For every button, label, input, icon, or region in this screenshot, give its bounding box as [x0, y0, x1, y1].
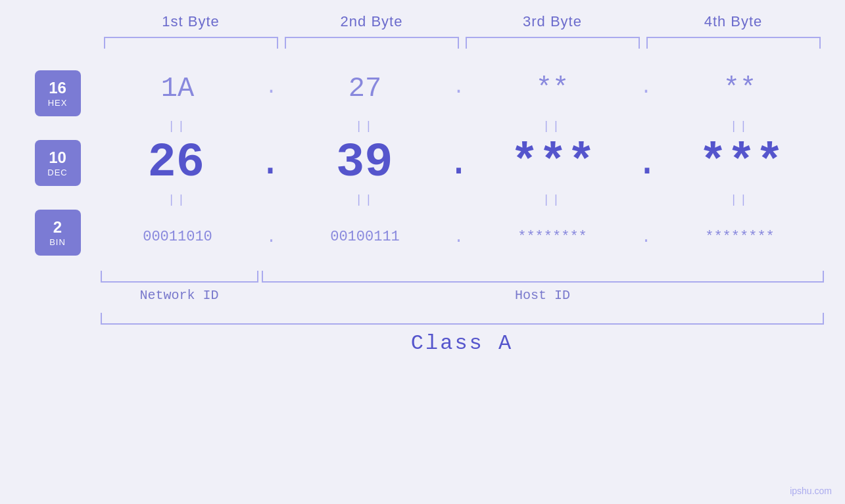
bracket-3 — [466, 37, 640, 49]
bin-b3-value: ******** — [518, 229, 587, 245]
byte-headers: 1st Byte 2nd Byte 3rd Byte 4th Byte — [101, 13, 824, 30]
bin-dot3: . — [637, 227, 656, 247]
hex-dot3: . — [637, 76, 656, 102]
badges-column: 16 HEX 10 DEC 2 BIN — [22, 58, 94, 267]
hex-badge-label: HEX — [48, 98, 68, 108]
bin-b1: 00011010 — [94, 229, 262, 245]
class-label: Class A — [101, 331, 824, 355]
bin-b2: 00100111 — [281, 229, 449, 245]
bottom-labels: Network ID Host ID — [101, 288, 824, 303]
sep2: || || || || — [94, 193, 824, 206]
bracket-2 — [285, 37, 459, 49]
bottom-bracket-host — [262, 271, 824, 283]
byte4-header: 4th Byte — [643, 13, 824, 30]
hex-b4: ** — [656, 73, 824, 104]
sep1: || || || || — [94, 120, 824, 133]
dec-dot1: . — [258, 141, 282, 185]
hex-badge-num: 16 — [49, 79, 66, 98]
content-area: 16 HEX 10 DEC 2 BIN 1A . 27 — [22, 58, 824, 267]
sep1-b1: || — [94, 120, 262, 133]
dec-b1-value: 26 — [148, 136, 205, 190]
hex-badge: 16 HEX — [35, 70, 81, 116]
dec-b3: *** — [471, 136, 635, 190]
host-id-label: Host ID — [262, 288, 824, 303]
hex-b3: ** — [469, 73, 637, 104]
bottom-bracket-row — [101, 271, 824, 283]
sep2-b4: || — [656, 193, 824, 206]
sep1-b2: || — [281, 120, 449, 133]
hex-dot1: . — [262, 76, 281, 102]
sep2-b1: || — [94, 193, 262, 206]
full-bracket-row — [101, 313, 824, 325]
bin-b3: ******** — [469, 229, 637, 245]
sep2-b2: || — [281, 193, 449, 206]
dec-b2-value: 39 — [336, 136, 393, 190]
main-grid: 1A . 27 . ** . ** || || — [94, 58, 824, 267]
dec-b4-value: *** — [698, 136, 784, 190]
bin-b4: ******** — [656, 229, 824, 245]
byte1-header: 1st Byte — [101, 13, 281, 30]
watermark: ipshu.com — [790, 486, 832, 496]
sep2-b3: || — [469, 193, 637, 206]
bin-badge-label: BIN — [49, 237, 66, 247]
hex-b2-value: 27 — [349, 73, 381, 104]
bin-b1-value: 00011010 — [143, 229, 212, 245]
byte2-header: 2nd Byte — [281, 13, 462, 30]
bin-badge-num: 2 — [53, 218, 62, 237]
hex-b1-value: 1A — [161, 73, 194, 104]
sep1-b3: || — [469, 120, 637, 133]
hex-b4-value: ** — [723, 73, 756, 104]
dec-b3-value: *** — [510, 136, 596, 190]
bin-b4-value: ******** — [705, 229, 775, 245]
bin-badge: 2 BIN — [35, 210, 81, 256]
byte3-header: 3rd Byte — [462, 13, 643, 30]
bottom-bracket-network — [101, 271, 258, 283]
bracket-1 — [104, 37, 278, 49]
dec-b2: 39 — [282, 136, 447, 190]
dec-dot3: . — [635, 141, 659, 185]
dec-badge: 10 DEC — [35, 140, 81, 186]
dec-dot2: . — [447, 141, 470, 185]
dec-badge-label: DEC — [47, 168, 67, 177]
network-id-label: Network ID — [101, 288, 258, 303]
hex-b1: 1A — [94, 73, 262, 104]
bottom-section: Network ID Host ID Class A — [101, 271, 824, 355]
bracket-4 — [646, 37, 821, 49]
main-container: 1st Byte 2nd Byte 3rd Byte 4th Byte 16 H… — [0, 0, 845, 504]
hex-b3-value: ** — [536, 73, 569, 104]
dec-row: 26 . 39 . *** . *** — [94, 133, 824, 194]
hex-b2: 27 — [281, 73, 449, 104]
top-brackets — [101, 37, 824, 49]
hex-row: 1A . 27 . ** . ** — [94, 58, 824, 120]
bin-row: 00011010 . 00100111 . ******** . *******… — [94, 206, 824, 267]
bin-dot1: . — [262, 227, 281, 247]
hex-dot2: . — [449, 76, 469, 102]
dec-b4: *** — [659, 136, 823, 190]
bin-b2-value: 00100111 — [330, 229, 400, 245]
sep1-b4: || — [656, 120, 824, 133]
bin-dot2: . — [449, 227, 469, 247]
dec-badge-num: 10 — [49, 149, 66, 168]
dec-b1: 26 — [94, 136, 258, 190]
